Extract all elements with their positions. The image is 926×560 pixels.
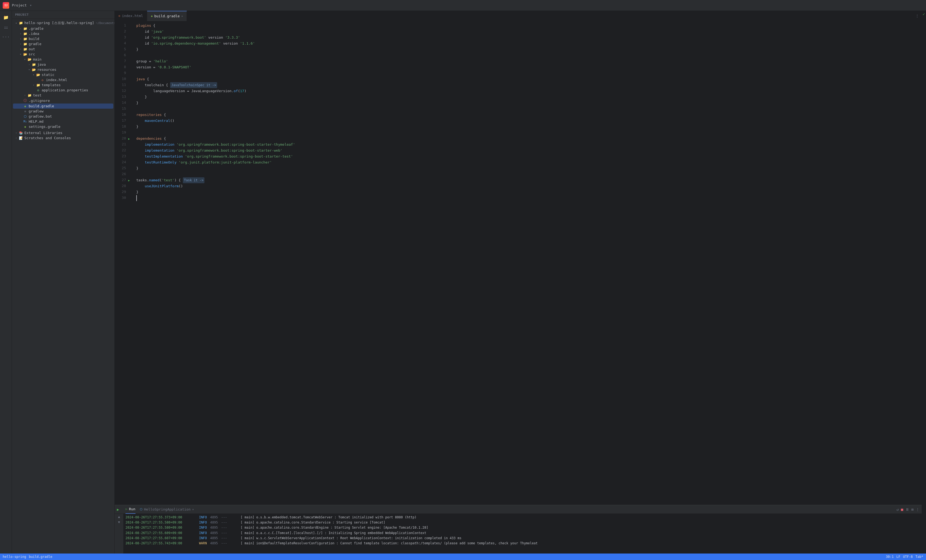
ln-19: 19 [115, 130, 128, 136]
code-line-27: tasks.named('test') { Task it -> [136, 177, 919, 183]
main-label: main [33, 57, 41, 61]
tree-item-index-html[interactable]: ◇ index.html [13, 77, 113, 82]
tree-item-app-props[interactable]: ⚙ application.properties [13, 88, 113, 93]
status-file[interactable]: build.gradle [29, 555, 53, 558]
tab-build-gradle[interactable]: ◈ build.gradle ✕ [147, 11, 187, 21]
test-chevron-icon: › [23, 94, 27, 97]
console-level-4: INFO [199, 536, 207, 541]
ln-8: 8 [115, 64, 128, 70]
app-tab-close-icon[interactable]: ✕ [192, 508, 194, 511]
main-folder-icon: 📂 [27, 57, 32, 61]
ln-17: 17 [115, 118, 128, 124]
tree-item-java[interactable]: › 📁 java [13, 62, 113, 67]
console-time-5: 2024-08-26T17:27:55.743+09:00 [126, 541, 196, 546]
tree-item-idea[interactable]: › 📁 .idea [13, 31, 113, 36]
scratches-chevron-icon: › [14, 136, 18, 139]
scroll-up-icon[interactable]: ▲ [118, 515, 120, 519]
tree-item-static[interactable]: ▾ 📂 static [13, 72, 113, 77]
split-icon[interactable]: ⊞ [911, 507, 914, 512]
console-msg-1: [ main] o.apache.catalina.core.StandardS… [241, 520, 385, 525]
code-line-19 [136, 130, 919, 136]
run-icon[interactable]: ▶ [117, 507, 119, 512]
stop-icon[interactable]: ■ [901, 507, 903, 512]
index-html-label: index.html [46, 78, 67, 82]
ln-18: 18 [115, 124, 128, 130]
out-chevron-icon: › [18, 48, 23, 51]
status-indent[interactable]: Tab* [915, 555, 923, 558]
settings-gradle-file-icon: ◈ [23, 125, 27, 129]
app-props-file-icon: ⚙ [36, 88, 41, 92]
console-level-0: INFO [199, 515, 207, 520]
panel-tab-run[interactable]: ▷ Run [126, 505, 135, 514]
tree-item-gradlew[interactable]: ≡ gradlew [13, 109, 113, 114]
tree-item-out[interactable]: › 📁 out [13, 47, 113, 51]
tree-item-src[interactable]: ▾ 📂 src [13, 51, 113, 57]
static-chevron-icon: ▾ [31, 73, 36, 76]
ln-22: 22 [115, 148, 128, 154]
tree-item-settings-gradle[interactable]: ◈ settings.gradle [13, 124, 113, 129]
src-folder-icon: 📂 [23, 53, 27, 56]
tab-index-html[interactable]: ◇ index.html [115, 11, 147, 21]
code-line-8: version = '0.0.1-SNAPSHOT' [136, 64, 919, 70]
gradlew-bat-label: gradlew.bat [29, 114, 52, 118]
sidebar: Project ▾ 📁 hello-spring [스프링.hello-spri… [12, 11, 115, 554]
run-button-line27[interactable]: ▶ [128, 177, 133, 183]
console-pid-3: 4895 [210, 531, 218, 536]
more-icon[interactable]: ··· [2, 32, 10, 41]
code-line-5: } [136, 47, 919, 53]
tree-item-gitignore[interactable]: ⓘ .gitignore [13, 98, 113, 104]
project-view-icon[interactable]: 📁 [2, 13, 10, 22]
tree-item-templates[interactable]: › 📁 templates [13, 82, 113, 88]
code-line-18: } [136, 124, 919, 130]
restart-icon[interactable]: ↺ [897, 507, 899, 512]
panel-tab-app[interactable]: ⬡ HelloSpringApplication ✕ [140, 505, 194, 514]
code-line-28: useJUnitPlatform() [136, 183, 919, 189]
tree-item-gradlew-bat[interactable]: ⬡ gradlew.bat [13, 114, 113, 119]
app-logo: IJ [3, 2, 9, 9]
tree-item-build-gradle[interactable]: ◈ build.gradle [13, 104, 113, 109]
static-folder-icon: 📂 [36, 73, 41, 77]
tree-item-resources[interactable]: ▾ 📂 resources [13, 67, 113, 72]
panel-side-icons: ▲ ▼ [115, 514, 123, 554]
tree-root[interactable]: ▾ 📁 hello-spring [스프링.hello-spring] ~/Do… [13, 20, 113, 26]
code-content: plugins { id 'java' id 'org.springframew… [133, 21, 921, 505]
src-label: src [29, 52, 35, 56]
gitignore-label: .gitignore [29, 99, 50, 103]
code-editor[interactable]: 1 2 3 4 5 6 7 8 9 10 11 12 13 14 15 16 1 [115, 21, 921, 505]
status-branch[interactable]: hello-spring [3, 555, 26, 558]
status-position[interactable]: 30:1 [886, 555, 894, 558]
console-thread-3: --- [221, 531, 238, 536]
tree-item-gradle2[interactable]: › 📁 gradle [13, 41, 113, 47]
scroll-down-icon[interactable]: ▼ [118, 520, 120, 524]
code-line-23: testImplementation 'org.springframework.… [136, 154, 919, 160]
code-line-29: } [136, 189, 919, 195]
more-panel-icon[interactable]: ⋮ [916, 507, 920, 512]
out-folder-icon: 📁 [23, 47, 27, 51]
app-tab-label: HelloSpringApplication [144, 507, 191, 511]
tree-item-test[interactable]: › 📁 test [13, 93, 113, 98]
ln-10: 10 [115, 76, 128, 82]
code-line-24: testRuntimeOnly 'org.junit.platform:juni… [136, 160, 919, 165]
templates-label: templates [42, 83, 61, 87]
code-line-22: implementation 'org.springframework.boot… [136, 148, 919, 154]
suspend-icon[interactable]: ⏸ [905, 507, 909, 512]
status-encoding[interactable]: UTF-8 [903, 555, 913, 558]
status-lf[interactable]: LF [897, 555, 900, 558]
close-tab-icon[interactable]: ✕ [181, 15, 183, 18]
structure-icon[interactable]: ⚏ [2, 23, 10, 31]
run-button-line20[interactable]: ▶ [128, 136, 133, 142]
code-line-13: } [136, 94, 919, 100]
console-pid-5: 4895 [210, 541, 218, 546]
tree-item-gradle[interactable]: › 📁 .gradle [13, 26, 113, 31]
test-folder-icon: 📁 [27, 94, 32, 97]
tree-item-build-dir[interactable]: › 📁 build [13, 36, 113, 41]
tree-item-help-md[interactable]: M↓ HELP.md [13, 119, 113, 124]
tab-more-button[interactable]: ⋮ [913, 14, 921, 18]
tree-item-scratches[interactable]: › 📝 Scratches and Consoles [13, 136, 113, 140]
run-gutter: ▶ ▶ [128, 21, 133, 505]
tree-item-main[interactable]: ▾ 📂 main [13, 57, 113, 62]
tree-item-external-libs[interactable]: › 📚 External Libraries [13, 130, 113, 136]
idea-folder-icon: 📁 [23, 32, 27, 36]
tab-bar: ◇ index.html ◈ build.gradle ✕ ⋮ [115, 11, 921, 21]
gitignore-file-icon: ⓘ [23, 98, 27, 103]
